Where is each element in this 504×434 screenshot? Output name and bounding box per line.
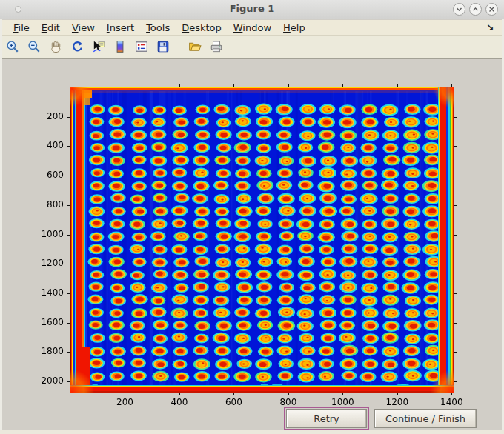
- x-tick-label: 800: [272, 397, 305, 407]
- y-tick-mark: [67, 146, 70, 147]
- y-tick-label: 400: [47, 140, 64, 150]
- toolbar: [0, 36, 504, 59]
- x-tick-mark: [179, 393, 180, 395]
- y-tick-label: 200: [47, 111, 64, 121]
- x-tick-mark: [397, 84, 398, 87]
- y-tick-label: 800: [47, 199, 64, 210]
- y-tick-mark: [67, 176, 70, 176]
- x-tick-mark: [342, 393, 343, 395]
- x-tick-mark: [288, 84, 289, 87]
- dock-figure-icon[interactable]: ↘: [486, 22, 494, 33]
- x-tick-mark: [233, 393, 234, 395]
- minimize-button[interactable]: [453, 3, 465, 16]
- print-icon: [210, 40, 223, 53]
- colorbar-icon: [113, 40, 127, 53]
- x-tick-label: 1000: [326, 397, 359, 407]
- y-tick-mark: [454, 176, 457, 176]
- menu-help[interactable]: Help: [277, 21, 311, 35]
- x-tick-mark: [342, 84, 343, 87]
- y-tick-mark: [67, 264, 70, 264]
- y-tick-mark: [67, 352, 70, 353]
- menu-edit[interactable]: Edit: [36, 21, 66, 35]
- zoom-in-icon: [6, 40, 19, 53]
- y-tick-label: 600: [47, 170, 64, 180]
- retry-button[interactable]: Retry: [286, 409, 367, 428]
- pan-button[interactable]: [47, 39, 64, 55]
- menu-window[interactable]: Window: [228, 21, 277, 35]
- legend-button[interactable]: [133, 39, 150, 55]
- y-tick-mark: [454, 117, 457, 118]
- rotate-3d-icon: [70, 40, 84, 53]
- menubar: File Edit View Insert Tools Desktop Wind…: [0, 20, 504, 36]
- y-tick-mark: [454, 264, 457, 264]
- window-border-bottom: [0, 430, 504, 434]
- x-tick-label: 200: [108, 397, 141, 407]
- y-tick-label: 1600: [41, 317, 64, 327]
- x-tick-mark: [397, 393, 398, 395]
- y-tick-label: 2000: [41, 375, 64, 386]
- save-icon: [156, 40, 170, 53]
- chevron-up-icon: [472, 6, 479, 13]
- window-border-left: [0, 19, 2, 434]
- x-tick-mark: [179, 84, 180, 87]
- y-tick-mark: [67, 381, 70, 382]
- open-folder-icon: [188, 40, 202, 53]
- y-tick-label: 1200: [41, 258, 64, 268]
- x-tick-label: 400: [163, 397, 196, 407]
- figure-canvas: 2004006008001000120014002004006008001000…: [0, 59, 504, 434]
- toolbar-separator: [179, 39, 179, 54]
- window-title: Figure 1: [0, 3, 504, 14]
- x-tick-mark: [451, 393, 452, 395]
- x-tick-mark: [125, 84, 125, 87]
- close-button[interactable]: [485, 3, 498, 16]
- y-tick-mark: [454, 352, 457, 353]
- chevron-down-icon: [456, 6, 462, 13]
- axes: 2004006008001000120014002004006008001000…: [70, 87, 454, 393]
- y-tick-mark: [67, 293, 70, 294]
- menu-insert[interactable]: Insert: [101, 21, 140, 35]
- x-tick-mark: [233, 84, 234, 87]
- save-button[interactable]: [155, 39, 171, 55]
- x-tick-mark: [125, 393, 125, 395]
- y-tick-mark: [454, 293, 457, 294]
- close-icon: [488, 6, 495, 13]
- data-cursor-icon: [92, 40, 105, 53]
- heatmap-image[interactable]: [70, 87, 454, 393]
- print-button[interactable]: [208, 39, 225, 55]
- zoom-out-button[interactable]: [26, 39, 42, 55]
- y-tick-mark: [454, 323, 457, 324]
- y-tick-mark: [454, 205, 457, 206]
- y-tick-mark: [67, 117, 70, 118]
- menu-desktop[interactable]: Desktop: [176, 21, 228, 35]
- y-tick-mark: [454, 381, 457, 382]
- x-tick-label: 600: [217, 397, 250, 407]
- zoom-in-button[interactable]: [4, 39, 21, 55]
- y-tick-mark: [454, 235, 457, 236]
- open-button[interactable]: [187, 39, 203, 55]
- menu-file[interactable]: File: [7, 21, 36, 35]
- colorbar-button[interactable]: [112, 39, 128, 55]
- y-tick-mark: [67, 235, 70, 236]
- y-tick-label: 1000: [41, 229, 64, 239]
- zoom-out-icon: [27, 40, 41, 53]
- y-tick-mark: [67, 205, 70, 206]
- titlebar: Figure 1: [0, 0, 504, 19]
- continue-finish-button[interactable]: Continue / Finish: [374, 409, 477, 428]
- y-tick-mark: [67, 323, 70, 324]
- maximize-button[interactable]: [469, 3, 482, 16]
- x-tick-mark: [451, 84, 452, 87]
- y-tick-label: 1400: [41, 287, 64, 298]
- x-tick-mark: [288, 393, 289, 395]
- legend-icon: [135, 40, 148, 53]
- y-tick-mark: [454, 146, 457, 147]
- x-tick-label: 1400: [435, 397, 468, 407]
- data-cursor-button[interactable]: [90, 39, 107, 55]
- pan-hand-icon: [49, 40, 62, 53]
- x-tick-label: 1200: [381, 397, 414, 407]
- rotate-3d-button[interactable]: [69, 39, 85, 55]
- menu-tools[interactable]: Tools: [140, 21, 176, 35]
- menu-view[interactable]: View: [66, 21, 101, 35]
- y-tick-label: 1800: [41, 346, 64, 356]
- figure-window: Figure 1 File Edit View Insert Tools Des…: [0, 0, 504, 434]
